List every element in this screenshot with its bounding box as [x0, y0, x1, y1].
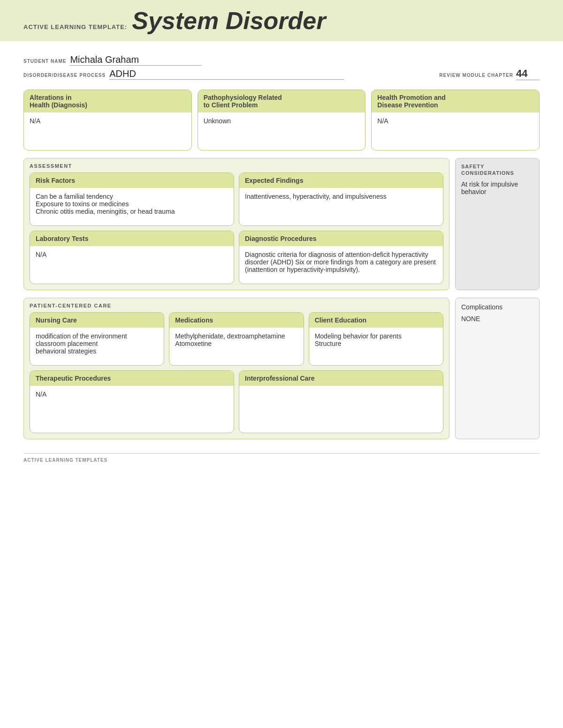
interprofessional-header: Interprofessional Care	[239, 371, 443, 386]
safety-title: SAFETYCONSIDERATIONS	[461, 163, 533, 177]
assessment-card-header-3: Diagnostic Procedures	[239, 231, 443, 246]
assessment-card-body-1: Inattentiveness, hyperactivity, and impu…	[239, 188, 443, 225]
top-card-1: Pathophysiology Relatedto Client Problem…	[198, 90, 366, 150]
disorder-row: DISORDER/DISEASE PROCESS ADHD REVIEW MOD…	[23, 68, 540, 80]
assessment-section: ASSESSMENT Risk Factors Can be a familia…	[23, 158, 540, 290]
assessment-card-body-0: Can be a familial tendency Exposure to t…	[30, 188, 234, 225]
interprofessional-body	[239, 386, 443, 433]
assessment-card-3: Diagnostic Procedures Diagnostic criteri…	[239, 231, 443, 284]
page-header: ACTIVE LEARNING TEMPLATE: System Disorde…	[0, 0, 563, 41]
assessment-card-header-2: Laboratory Tests	[30, 231, 234, 246]
assessment-grid: Risk Factors Can be a familial tendency …	[30, 173, 443, 284]
top-card-header-0: Alterations inHealth (Diagnosis)	[24, 90, 191, 113]
therapeutic-header: Therapeutic Procedures	[30, 371, 234, 386]
patient-top-grid: Nursing Care modification of the environ…	[30, 312, 443, 366]
interprofessional-card: Interprofessional Care	[239, 370, 443, 433]
student-info: STUDENT NAME Michala Graham DISORDER/DIS…	[23, 54, 540, 80]
therapeutic-body: N/A	[30, 386, 234, 433]
student-name-label: STUDENT NAME	[23, 59, 66, 64]
top-card-body-2: N/A	[372, 113, 539, 150]
client-education-card: Client Education Modeling behavior for p…	[309, 312, 443, 366]
disorder-value: ADHD	[109, 68, 344, 80]
assessment-card-header-0: Risk Factors	[30, 173, 234, 188]
top-card-header-2: Health Promotion andDisease Prevention	[372, 90, 539, 113]
client-education-header: Client Education	[309, 313, 443, 328]
medications-body: Methylphenidate, dextroamphetamineAtomox…	[169, 328, 303, 365]
safety-side: SAFETYCONSIDERATIONS At risk for impulsi…	[455, 158, 540, 290]
top-card-2: Health Promotion andDisease Prevention N…	[371, 90, 540, 150]
complications-header: Complications	[461, 303, 533, 311]
safety-body: At risk for impulsive behavior	[461, 180, 533, 195]
nursing-care-card: Nursing Care modification of the environ…	[30, 312, 164, 366]
patient-care-title: PATIENT-CENTERED CARE	[30, 303, 443, 308]
patient-bottom-grid: Therapeutic Procedures N/A Interprofessi…	[30, 370, 443, 433]
student-name-value: Michala Graham	[70, 54, 201, 66]
complications-side: Complications NONE	[455, 298, 540, 439]
medications-header: Medications	[169, 313, 303, 328]
top-cards-row: Alterations inHealth (Diagnosis) N/A Pat…	[23, 90, 540, 150]
review-value: 44	[516, 68, 540, 80]
assessment-card-body-3: Diagnostic criteria for diagnosis of att…	[239, 246, 443, 284]
template-label: ACTIVE LEARNING TEMPLATE:	[23, 23, 127, 30]
nursing-care-header: Nursing Care	[30, 313, 164, 328]
assessment-card-body-2: N/A	[30, 246, 234, 284]
assessment-main: ASSESSMENT Risk Factors Can be a familia…	[23, 158, 449, 290]
assessment-card-0: Risk Factors Can be a familial tendency …	[30, 173, 234, 226]
student-name-row: STUDENT NAME Michala Graham	[23, 54, 540, 66]
top-card-body-0: N/A	[24, 113, 191, 150]
complications-body: NONE	[461, 315, 533, 323]
template-title: System Disorder	[132, 8, 326, 33]
assessment-card-header-1: Expected Findings	[239, 173, 443, 188]
assessment-card-2: Laboratory Tests N/A	[30, 231, 234, 284]
therapeutic-card: Therapeutic Procedures N/A	[30, 370, 234, 433]
review-module: REVIEW MODULE CHAPTER 44	[439, 68, 540, 80]
top-card-0: Alterations inHealth (Diagnosis) N/A	[23, 90, 192, 150]
page-footer: ACTIVE LEARNING TEMPLATES	[23, 453, 540, 463]
patient-care-section: PATIENT-CENTERED CARE Nursing Care modif…	[23, 298, 540, 439]
footer-text: ACTIVE LEARNING TEMPLATES	[23, 458, 107, 463]
review-label: REVIEW MODULE CHAPTER	[439, 73, 513, 78]
disorder-label: DISORDER/DISEASE PROCESS	[23, 73, 106, 78]
patient-care-main: PATIENT-CENTERED CARE Nursing Care modif…	[23, 298, 449, 439]
assessment-card-1: Expected Findings Inattentiveness, hyper…	[239, 173, 443, 226]
nursing-care-body: modification of the environment classroo…	[30, 328, 164, 365]
client-education-body: Modeling behavior for parents Structure	[309, 328, 443, 365]
medications-card: Medications Methylphenidate, dextroamphe…	[169, 312, 304, 366]
top-card-body-1: Unknown	[198, 113, 365, 150]
top-card-header-1: Pathophysiology Relatedto Client Problem	[198, 90, 365, 113]
assessment-title: ASSESSMENT	[30, 163, 443, 169]
